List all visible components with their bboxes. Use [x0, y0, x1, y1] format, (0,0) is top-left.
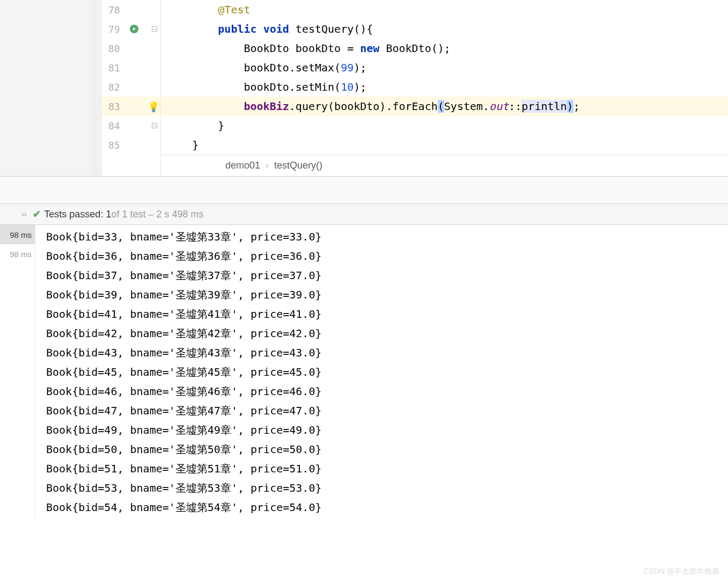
gutter-line[interactable]: 79 −: [102, 19, 160, 39]
expand-icon[interactable]: ››: [21, 210, 26, 218]
console-line: Book{bid=37, bname='圣墟第37章', price=37.0}: [46, 266, 728, 285]
console-line: Book{bid=54, bname='圣墟第54章', price=54.0}: [46, 498, 728, 517]
breadcrumb-item[interactable]: demo01: [225, 160, 260, 171]
run-test-icon[interactable]: [130, 25, 138, 33]
annotation: @Test: [218, 3, 250, 16]
console-line: Book{bid=33, bname='圣墟第33章', price=33.0}: [46, 227, 728, 246]
line-number: 85: [108, 140, 120, 151]
console-line: Book{bid=43, bname='圣墟第43章', price=43.0}: [46, 343, 728, 362]
gutter-line[interactable]: 84 −: [102, 116, 160, 135]
tests-passed-label: Tests passed: 1: [44, 209, 111, 220]
console-line: Book{bid=53, bname='圣墟第53章', price=53.0}: [46, 478, 728, 498]
line-number: 80: [108, 43, 120, 54]
gutter-line[interactable]: 82: [102, 77, 160, 97]
line-number: 83: [108, 101, 120, 112]
gutter-line[interactable]: 81: [102, 58, 160, 77]
code-line[interactable]: BookDto bookDto = new BookDto();: [161, 39, 728, 58]
console-line: Book{bid=50, bname='圣墟第50章', price=50.0}: [46, 440, 728, 459]
console-line: Book{bid=41, bname='圣墟第41章', price=41.0}: [46, 304, 728, 324]
line-number: 81: [108, 62, 120, 74]
line-number: 82: [108, 82, 120, 93]
gutter-line[interactable]: 78: [102, 0, 160, 19]
output-area: 98 ms 98 ms Book{bid=33, bname='圣墟第33章',…: [0, 225, 728, 517]
console-line: Book{bid=39, bname='圣墟第39章', price=39.0}: [46, 285, 728, 304]
fold-icon[interactable]: −: [152, 26, 157, 32]
spacer: [0, 177, 728, 203]
test-status-bar: ›› ✔ Tests passed: 1 of 1 test – 2 s 498…: [0, 203, 728, 225]
chevron-right-icon: ›: [266, 160, 269, 171]
code-line[interactable]: bookDto.setMax(99);: [161, 58, 728, 77]
editor-area: 78 79 − 80 81 82 83 💡 84 − 85 @Test publ…: [0, 0, 728, 177]
fold-icon[interactable]: −: [152, 123, 157, 128]
code-line[interactable]: bookDto.setMin(10);: [161, 77, 728, 97]
code-line[interactable]: }: [161, 135, 728, 155]
left-margin: [0, 0, 102, 176]
console-line: Book{bid=49, bname='圣墟第49章', price=49.0}: [46, 420, 728, 440]
line-number: 84: [108, 120, 120, 132]
console-line: Book{bid=47, bname='圣墟第47章', price=47.0}: [46, 401, 728, 420]
intention-bulb-icon[interactable]: 💡: [148, 101, 159, 112]
console-line: Book{bid=42, bname='圣墟第42章', price=42.0}: [46, 324, 728, 343]
console-line: Book{bid=46, bname='圣墟第46章', price=46.0}: [46, 382, 728, 401]
console-line: Book{bid=36, bname='圣墟第36章', price=36.0}: [46, 246, 728, 266]
console-output[interactable]: Book{bid=33, bname='圣墟第33章', price=33.0}…: [35, 225, 728, 517]
breadcrumb-item[interactable]: testQuery(): [274, 160, 322, 171]
code-area[interactable]: @Test public void testQuery(){ BookDto b…: [161, 0, 728, 176]
test-node[interactable]: 98 ms: [0, 244, 35, 264]
line-number: 78: [108, 4, 120, 16]
gutter-line-current[interactable]: 83 💡: [102, 97, 160, 116]
breadcrumb[interactable]: demo01 › testQuery(): [161, 155, 728, 176]
code-line[interactable]: }: [161, 116, 728, 135]
code-line-current[interactable]: bookBiz.query(bookDto).forEach(System.ou…: [161, 97, 728, 116]
gutter[interactable]: 78 79 − 80 81 82 83 💡 84 − 85: [102, 0, 161, 176]
console-line: Book{bid=45, bname='圣墟第45章', price=45.0}: [46, 362, 728, 382]
code-line[interactable]: public void testQuery(){: [161, 19, 728, 39]
gutter-line[interactable]: 85: [102, 135, 160, 155]
test-tree-sidebar[interactable]: 98 ms 98 ms: [0, 225, 35, 517]
console-line: Book{bid=51, bname='圣墟第51章', price=51.0}: [46, 459, 728, 478]
code-line[interactable]: @Test: [161, 0, 728, 19]
test-node[interactable]: 98 ms: [0, 225, 35, 244]
tests-detail: of 1 test – 2 s 498 ms: [111, 209, 203, 220]
check-icon: ✔: [33, 208, 41, 220]
gutter-line[interactable]: 80: [102, 39, 160, 58]
line-number: 79: [108, 24, 120, 35]
